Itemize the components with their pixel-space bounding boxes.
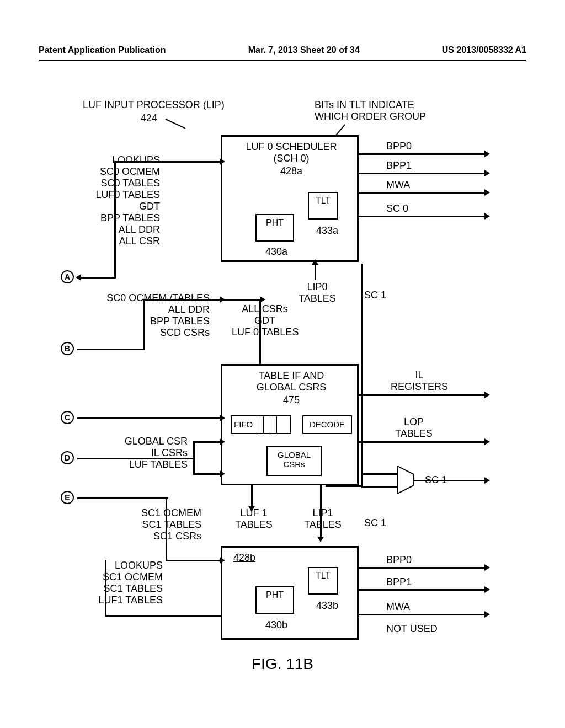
busline-d-in1	[193, 441, 221, 443]
ref-433b: 433b	[316, 600, 338, 612]
mux-in1	[361, 473, 397, 475]
sc1-label-top: SC 1	[364, 290, 386, 301]
arrow-bpp1-a	[359, 173, 486, 174]
sc1-vline	[361, 264, 363, 448]
out-bpp1-a: BPP1	[386, 160, 412, 172]
out-bpp1-b: BPP1	[386, 576, 412, 588]
busline-f-v	[105, 560, 106, 617]
lip0-tables: LIP0 TABLES	[295, 281, 339, 304]
tlt-label-b: TLT	[316, 571, 331, 580]
out-sc0-a: SC 0	[386, 203, 408, 215]
busline-f-h	[105, 615, 221, 617]
marker-a: A	[61, 270, 74, 283]
list-d: GLOBAL CSR IL CSRs LUF TABLES	[88, 436, 188, 470]
marker-c-letter: C	[61, 411, 74, 424]
sch1-block: 428b TLT PHT 433b 430b	[221, 546, 359, 640]
marker-e: E	[61, 491, 74, 504]
leader-line-424	[166, 119, 186, 129]
busline-b-to-sch0	[143, 299, 221, 301]
list-e: SC1 OCMEM SC1 TABLES SC1 CSRs	[102, 507, 201, 542]
lip-title: LUF INPUT PROCESSOR (LIP)	[83, 99, 225, 111]
arrow-bpp1-b	[359, 589, 486, 591]
mid-b-labels: ALL CSRs GDT LUF 0 TABLES	[232, 303, 298, 338]
busline-d-in2	[193, 473, 221, 475]
mux-sc1	[397, 466, 414, 494]
il-registers: IL REGISTERS	[386, 370, 452, 393]
busline-e-h	[77, 497, 168, 499]
marker-b: B	[61, 342, 74, 355]
out-notused-b: NOT USED	[386, 623, 438, 635]
globalcsr-box: GLOBAL CSRs	[266, 446, 322, 476]
diagram-figure: LUF INPUT PROCESSOR (LIP) 424 BITs IN TL…	[0, 88, 565, 640]
sch0-block: LUF 0 SCHEDULER (SCH 0) 428a TLT PHT 433…	[221, 135, 359, 262]
tif-ref: 475	[222, 394, 360, 406]
mux-feed-v	[361, 448, 363, 488]
sch0-title: LUF 0 SCHEDULER (SCH 0)	[222, 141, 360, 164]
fifo-label: FIFO	[234, 420, 253, 429]
header-divider	[39, 60, 526, 61]
busline-b-h	[77, 349, 145, 350]
header-center: Mar. 7, 2013 Sheet 20 of 34	[248, 45, 360, 55]
mux-feed-h	[326, 485, 361, 487]
arrow-mwa-a	[359, 192, 486, 194]
tlt-box-a: TLT	[308, 192, 338, 220]
marker-b-letter: B	[61, 342, 74, 355]
tableif-block: TABLE IF AND GLOBAL CSRS 475 FIFO DECODE…	[221, 364, 359, 485]
header-left: Patent Application Publication	[39, 45, 166, 55]
out-mwa-b: MWA	[386, 601, 410, 613]
tif-title: TABLE IF AND GLOBAL CSRS	[222, 370, 360, 393]
list-a: LOOKUPS SC0 OCMEM SC0 TABLES LUF0 TABLES…	[66, 154, 160, 247]
arrow-lop	[359, 441, 486, 443]
arrow-ilreg	[359, 394, 486, 396]
out-bpp0-a: BPP0	[386, 141, 412, 152]
pht-box-a: PHT	[255, 214, 294, 242]
pht-label-b: PHT	[266, 590, 284, 599]
tlt-note: BITs IN TLT INDICATE WHICH ORDER GROUP	[315, 99, 426, 122]
pht-box-b: PHT	[255, 586, 294, 614]
marker-c: C	[61, 411, 74, 424]
marker-d: D	[61, 451, 74, 464]
sc1-label-bot: SC 1	[364, 517, 386, 529]
marker-a-letter: A	[61, 270, 74, 283]
busline-a-v	[114, 161, 116, 279]
ref-430a: 430a	[265, 246, 287, 258]
busline-b-v	[143, 299, 145, 350]
arrow-luf1t	[251, 485, 253, 507]
sch1-ref: 428b	[233, 552, 255, 564]
arrowline-a	[80, 277, 116, 279]
lip1-tables: LIP1 TABLES	[301, 507, 345, 531]
busline-b-hmid	[210, 299, 261, 301]
tlt-label-a: TLT	[316, 196, 331, 205]
arrow-sc0-a	[359, 216, 486, 217]
decode-box: DECODE	[302, 415, 352, 434]
mux-in2	[361, 486, 397, 488]
busline-d-v	[193, 441, 195, 474]
busline-mid-v	[259, 299, 261, 364]
pht-label-a: PHT	[266, 218, 284, 227]
decode-label: DECODE	[310, 420, 345, 429]
list-f: LOOKUPS SC1 OCMEM SC1 TABLES LUF1 TABLES	[58, 560, 163, 606]
svg-marker-0	[397, 466, 414, 494]
tlt-box-b: TLT	[308, 567, 338, 595]
out-mwa-a: MWA	[386, 179, 410, 191]
busline-e-v	[166, 497, 167, 561]
arrow-lip1t	[320, 485, 322, 538]
globalcsr-label: GLOBAL CSRs	[278, 450, 311, 469]
out-bpp0-b: BPP0	[386, 554, 412, 566]
figure-caption: FIG. 11B	[0, 655, 565, 673]
arrowline-c	[77, 417, 221, 419]
arrow-bpp0-b	[359, 567, 486, 569]
busline-e-to-sch1	[166, 560, 221, 561]
header-right: US 2013/0058332 A1	[442, 45, 526, 55]
busline-a-h	[114, 161, 221, 163]
arrow-lip0	[315, 264, 316, 280]
arrow-mwa-b	[359, 614, 486, 615]
arrow-bpp0-a	[359, 153, 486, 155]
sch0-ref: 428a	[222, 165, 360, 177]
lip-ref: 424	[141, 113, 157, 124]
arrow-sc1-mux	[414, 480, 486, 481]
ref-430b: 430b	[265, 619, 287, 631]
lop-tables: LOP TABLES	[386, 416, 441, 440]
busline-d-h	[77, 458, 195, 459]
marker-d-letter: D	[61, 451, 74, 464]
